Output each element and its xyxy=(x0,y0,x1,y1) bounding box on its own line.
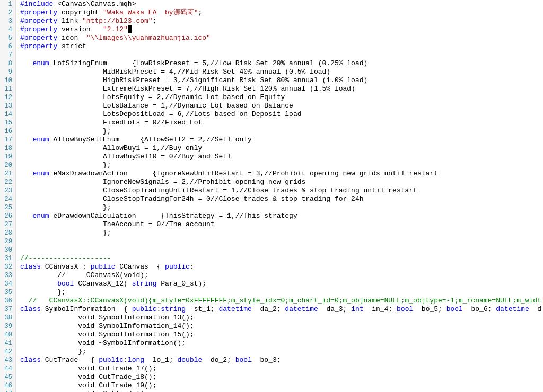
table-row: 33 // CCanvasX(void); xyxy=(0,271,543,280)
line-content: enum LotSizingEnum {LowRiskPreset = 5,//… xyxy=(16,59,543,68)
table-row: 5#property icon "\\Images\\yuanmazhuanji… xyxy=(0,34,543,42)
line-content: ExtremeRiskPreset = 7,//High Risk Set 12… xyxy=(16,85,543,93)
line-number: 42 xyxy=(0,348,16,356)
line-content: void ~SymbolInformation(); xyxy=(16,339,543,348)
line-number: 39 xyxy=(0,322,16,331)
line-number: 7 xyxy=(0,51,16,59)
line-number: 47 xyxy=(0,390,16,392)
line-content xyxy=(16,51,543,59)
table-row: 45 void CutTrade_18(); xyxy=(0,373,543,381)
line-number: 1 xyxy=(0,0,16,8)
table-row: 28 }; xyxy=(0,229,543,237)
line-number: 33 xyxy=(0,271,16,280)
line-number: 13 xyxy=(0,102,16,110)
table-row: 47 void ~CutTrade(); xyxy=(0,390,543,392)
line-number: 17 xyxy=(0,136,16,144)
line-content: }; xyxy=(16,161,543,170)
line-number: 2 xyxy=(0,8,16,17)
line-content: IgnoreNewSignals = 2,//Prohibit opening … xyxy=(16,178,543,186)
line-content: enum AllowBuySellEnum {AllowSell2 = 2,//… xyxy=(16,136,543,144)
line-content: #property strict xyxy=(16,42,543,51)
line-content: FixedLots = 0//Fixed Lot xyxy=(16,119,543,127)
line-content: enum eMaxDrawdownAction {IgnoreNewUntilR… xyxy=(16,170,543,178)
table-row: 19 AllowBuySel10 = 0//Buy and Sell xyxy=(0,153,543,161)
line-content: // CCanvasX(void); xyxy=(16,271,543,280)
line-content: AllowBuy1 = 1,//Buy only xyxy=(16,144,543,153)
table-row: 1#include <Canvas\Canvas.mqh> xyxy=(0,0,543,8)
line-content: CloseStopTradingFor24h = 0//Close trades… xyxy=(16,195,543,203)
table-row: 2#property copyright "Waka Waka EA by源码哥… xyxy=(0,8,543,17)
table-row: 7 xyxy=(0,51,543,59)
line-content: TheAccount = 0//The account xyxy=(16,220,543,229)
table-row: 42 }; xyxy=(0,348,543,356)
line-container: 1#include <Canvas\Canvas.mqh>2#property … xyxy=(0,0,543,392)
line-number: 11 xyxy=(0,85,16,93)
line-number: 25 xyxy=(0,203,16,212)
table-row: 29 xyxy=(0,237,543,246)
table-row: 21 enum eMaxDrawdownAction {IgnoreNewUnt… xyxy=(0,170,543,178)
line-content: }; xyxy=(16,127,543,136)
line-content: #property icon "\\Images\\yuanmazhuanjia… xyxy=(16,34,543,42)
line-content: LotsDepositLoad = 6,//Lots based on Depo… xyxy=(16,110,543,119)
code-editor: 1#include <Canvas\Canvas.mqh>2#property … xyxy=(0,0,543,392)
table-row: 44 void CutTrade_17(); xyxy=(0,364,543,373)
line-content: void CutTrade_19(); xyxy=(16,381,543,390)
table-row: 27 TheAccount = 0//The account xyxy=(0,220,543,229)
line-number: 32 xyxy=(0,263,16,271)
line-number: 43 xyxy=(0,356,16,364)
table-row: 35 }; xyxy=(0,288,543,297)
line-number: 22 xyxy=(0,178,16,186)
table-row: 41 void ~SymbolInformation(); xyxy=(0,339,543,348)
line-content: enum eDrawdownCalculation {ThisStrategy … xyxy=(16,212,543,220)
line-number: 37 xyxy=(0,305,16,314)
line-number: 34 xyxy=(0,280,16,288)
line-content: }; xyxy=(16,288,543,297)
line-content xyxy=(16,237,543,246)
table-row: 34 bool CCanvasX_12( string Para_0_st); xyxy=(0,280,543,288)
table-row: 30 xyxy=(0,246,543,254)
line-content: }; xyxy=(16,348,543,356)
table-row: 15 FixedLots = 0//Fixed Lot xyxy=(0,119,543,127)
line-content: #property link "http://bl23.com"; xyxy=(16,17,543,25)
table-row: 40 void SymbolInformation_15(); xyxy=(0,331,543,339)
line-content: //-------------------- xyxy=(16,254,543,263)
line-content: AllowBuySel10 = 0//Buy and Sell xyxy=(16,153,543,161)
line-number: 8 xyxy=(0,59,16,68)
line-number: 5 xyxy=(0,34,16,42)
table-row: 23 CloseStopTradingUntilRestart = 1,//Cl… xyxy=(0,186,543,195)
line-number: 21 xyxy=(0,170,16,178)
table-row: 10 HighRiskPreset = 3,//Significant Risk… xyxy=(0,76,543,85)
line-content: bool CCanvasX_12( string Para_0_st); xyxy=(16,280,543,288)
line-number: 6 xyxy=(0,42,16,51)
line-number: 18 xyxy=(0,144,16,153)
table-row: 18 AllowBuy1 = 1,//Buy only xyxy=(0,144,543,153)
line-content: void CutTrade_18(); xyxy=(16,373,543,381)
line-number: 31 xyxy=(0,254,16,263)
line-number: 45 xyxy=(0,373,16,381)
line-number: 24 xyxy=(0,195,16,203)
line-content: }; xyxy=(16,203,543,212)
line-number: 44 xyxy=(0,364,16,373)
line-number: 10 xyxy=(0,76,16,85)
line-number: 9 xyxy=(0,68,16,76)
line-number: 15 xyxy=(0,119,16,127)
line-content: void SymbolInformation_14(); xyxy=(16,322,543,331)
line-number: 12 xyxy=(0,93,16,102)
line-content xyxy=(16,246,543,254)
line-content: class CutTrade { public:long lo_1; doubl… xyxy=(16,356,543,364)
line-number: 29 xyxy=(0,237,16,246)
table-row: 24 CloseStopTradingFor24h = 0//Close tra… xyxy=(0,195,543,203)
line-content: void CutTrade_17(); xyxy=(16,364,543,373)
line-number: 35 xyxy=(0,288,16,297)
line-number: 41 xyxy=(0,339,16,348)
line-number: 36 xyxy=(0,297,16,305)
line-content: // CCanvasX::CCanvasX(void){m_style=0xFF… xyxy=(16,297,543,305)
line-content: LotsBalance = 1,//Dynamic Lot based on B… xyxy=(16,102,543,110)
line-number: 14 xyxy=(0,110,16,119)
table-row: 20 }; xyxy=(0,161,543,170)
table-row: 38 void SymbolInformation_13(); xyxy=(0,314,543,322)
line-content: CloseStopTradingUntilRestart = 1,//Close… xyxy=(16,186,543,195)
line-content: #property copyright "Waka Waka EA by源码哥"… xyxy=(16,8,543,17)
table-row: 43class CutTrade { public:long lo_1; dou… xyxy=(0,356,543,364)
table-row: 32class CCanvasX : public CCanvas { publ… xyxy=(0,263,543,271)
